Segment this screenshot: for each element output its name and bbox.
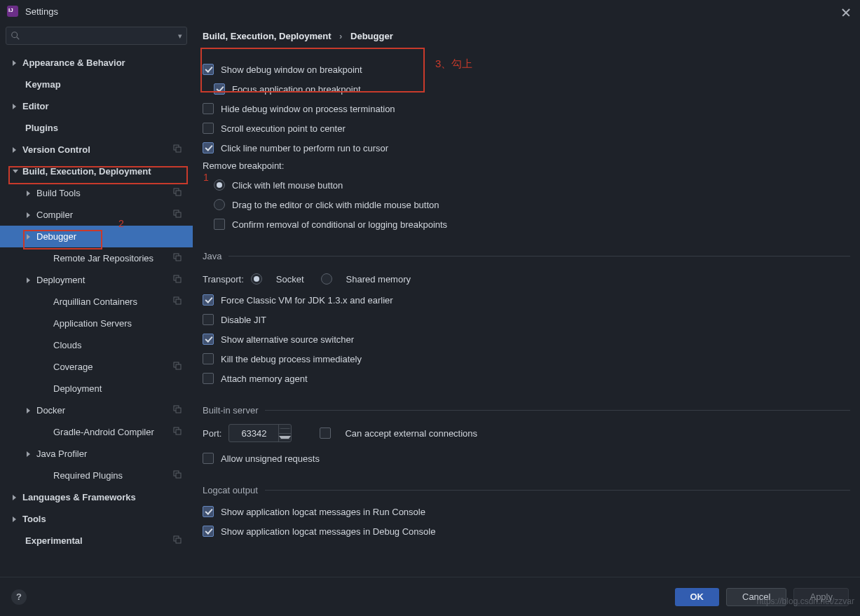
chevron-right-icon [13, 60, 16, 66]
label: Disable JIT [221, 315, 266, 325]
apply-button[interactable]: Apply [793, 588, 849, 606]
sidebar-item-tools[interactable]: Tools [0, 508, 193, 530]
chevron-right-icon [13, 516, 16, 522]
radio-remove-drag[interactable] [214, 199, 225, 210]
label: Scroll execution point to center [221, 123, 346, 134]
sidebar-item-build-tools[interactable]: Build Tools [0, 182, 193, 204]
svg-line-1 [17, 37, 20, 40]
checkbox-confirm-removal[interactable] [214, 219, 225, 230]
sidebar-item-label: Java Profiler [36, 449, 87, 459]
copy-icon [173, 362, 182, 372]
radio-remove-left[interactable] [214, 179, 225, 191]
breadcrumb: Build, Execution, Deployment › Debugger [203, 31, 850, 41]
section-server: Built-in server [203, 402, 850, 418]
sidebar-item-compiler[interactable]: Compiler [0, 204, 193, 226]
search-icon [11, 31, 20, 41]
sidebar-item-gradle-android-compiler[interactable]: Gradle-Android Compiler [0, 421, 193, 443]
checkbox-hide-on-term[interactable] [203, 103, 214, 114]
sidebar-item-label: Required Plugins [53, 470, 123, 481]
sidebar-item-label: Tools [22, 514, 46, 524]
sidebar-item-version-control[interactable]: Version Control [0, 139, 193, 160]
close-icon[interactable] [842, 6, 853, 17]
sidebar-item-docker[interactable]: Docker [0, 399, 193, 421]
sidebar-item-remote-jar-repositories[interactable]: Remote Jar Repositories [0, 247, 193, 269]
svg-rect-9 [176, 256, 181, 261]
chevron-right-icon [13, 104, 16, 109]
cancel-button[interactable]: Cancel [726, 588, 786, 606]
checkbox-accept-ext[interactable] [320, 427, 331, 439]
sidebar-item-deployment[interactable]: Deployment [0, 378, 193, 399]
search-input[interactable] [23, 31, 178, 41]
help-button[interactable]: ? [11, 589, 27, 605]
sidebar-item-keymap[interactable]: Keymap [0, 74, 193, 95]
sidebar-item-label: Coverage [53, 362, 93, 372]
sidebar-item-label: Editor [22, 101, 49, 111]
checkbox-alt-source[interactable] [203, 334, 214, 345]
copy-icon [173, 188, 182, 198]
sidebar-item-label: Build, Execution, Deployment [22, 166, 151, 177]
chevron-right-icon [27, 212, 30, 218]
spinner-up[interactable] [279, 425, 291, 434]
sidebar-item-label: Version Control [22, 144, 90, 155]
sidebar-item-editor[interactable]: Editor [0, 95, 193, 117]
checkbox-kill-immediate[interactable] [203, 353, 214, 364]
sidebar-item-java-profiler[interactable]: Java Profiler [0, 443, 193, 465]
checkbox-scroll-center[interactable] [203, 123, 214, 134]
sidebar-item-plugins[interactable]: Plugins [0, 117, 193, 139]
ok-button[interactable]: OK [675, 588, 720, 606]
checkbox-logcat-debug[interactable] [203, 526, 214, 537]
radio-shared-memory[interactable] [321, 273, 332, 285]
checkbox-force-classic[interactable] [203, 294, 214, 306]
svg-rect-13 [176, 299, 181, 304]
sidebar-item-arquillian-containers[interactable]: Arquillian Containers [0, 291, 193, 313]
checkbox-focus-on-bp[interactable] [214, 83, 225, 95]
port-input[interactable] [229, 428, 278, 439]
copy-icon [173, 144, 182, 155]
copy-icon [173, 253, 182, 263]
sidebar-item-languages-frameworks[interactable]: Languages & Frameworks [0, 486, 193, 508]
breadcrumb-parent: Build, Execution, Deployment [203, 31, 331, 41]
sidebar-item-label: Debugger [36, 231, 76, 242]
sidebar-item-appearance-behavior[interactable]: Appearance & Behavior [0, 52, 193, 74]
svg-rect-21 [176, 473, 181, 478]
label: Focus application on breakpoint [232, 84, 361, 95]
svg-rect-15 [176, 364, 181, 369]
checkbox-click-line-run[interactable] [203, 142, 214, 153]
sidebar-item-required-plugins[interactable]: Required Plugins [0, 465, 193, 486]
sidebar-item-label: Application Servers [53, 318, 132, 329]
radio-socket[interactable] [251, 273, 262, 285]
checkbox-show-on-bp[interactable] [203, 64, 214, 75]
sidebar-item-label: Clouds [53, 340, 81, 350]
sidebar-item-build-execution-deployment[interactable]: Build, Execution, Deployment [0, 160, 193, 182]
label: Show alternative source switcher [221, 334, 354, 345]
chevron-down-icon[interactable]: ▾ [178, 32, 182, 41]
sidebar-item-debugger[interactable]: Debugger [0, 226, 193, 247]
sidebar-item-application-servers[interactable]: Application Servers [0, 313, 193, 334]
checkbox-attach-mem[interactable] [203, 373, 214, 384]
chevron-right-icon [13, 147, 16, 153]
label: Shared memory [346, 274, 411, 285]
label: Force Classic VM for JDK 1.3.x and earli… [221, 295, 393, 306]
sidebar-item-deployment[interactable]: Deployment [0, 269, 193, 291]
port-spinner[interactable] [228, 424, 292, 442]
checkbox-allow-unsigned[interactable] [203, 453, 214, 464]
chevron-down-icon [13, 170, 18, 173]
checkbox-logcat-run[interactable] [203, 506, 214, 517]
sidebar-search[interactable]: ▾ [6, 27, 187, 45]
label: Show application logcat messages in Run … [221, 507, 425, 517]
svg-rect-11 [176, 278, 181, 282]
svg-rect-7 [176, 212, 181, 217]
chevron-right-icon [27, 234, 30, 240]
checkbox-disable-jit[interactable] [203, 314, 214, 325]
label: Kill the debug process immediately [221, 354, 362, 364]
chevron-right-icon [27, 278, 30, 283]
svg-rect-17 [176, 408, 181, 413]
sidebar-item-clouds[interactable]: Clouds [0, 334, 193, 356]
copy-icon [173, 275, 182, 285]
settings-content: Build, Execution, Deployment › Debugger … [193, 22, 860, 576]
spinner-down[interactable] [279, 434, 291, 442]
sidebar-item-coverage[interactable]: Coverage [0, 356, 193, 378]
sidebar-item-experimental[interactable]: Experimental [0, 530, 193, 552]
svg-rect-23 [176, 538, 181, 543]
sidebar-item-label: Deployment [36, 275, 85, 285]
